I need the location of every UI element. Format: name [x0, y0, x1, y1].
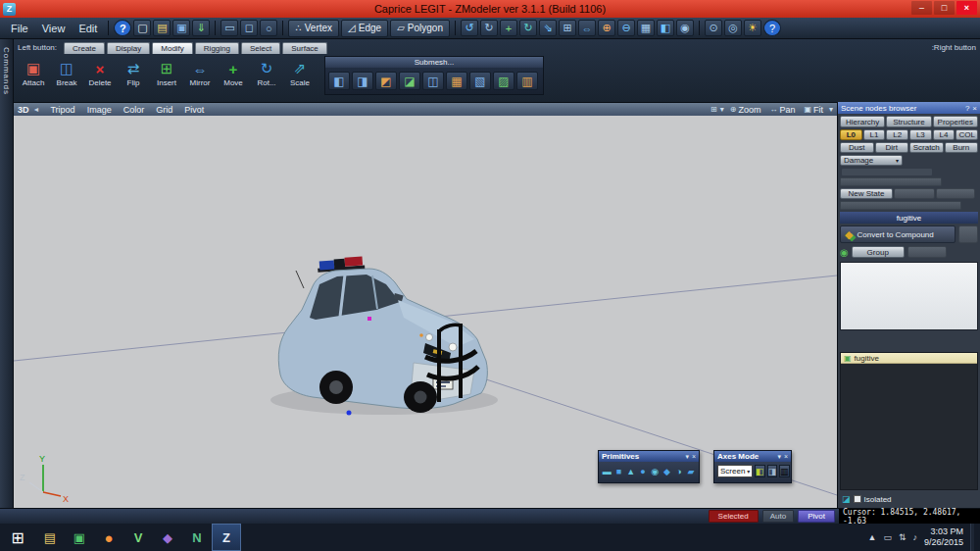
new-state-button[interactable]: New State: [840, 188, 893, 199]
submesh-bevel-icon[interactable]: ◪: [399, 72, 420, 90]
tab-select[interactable]: Select: [241, 42, 280, 54]
edge-mode-button[interactable]: ◿ Edge: [341, 20, 388, 37]
primitive-torus-icon[interactable]: ◉: [650, 465, 660, 478]
new-file-icon[interactable]: ▢: [133, 20, 151, 36]
light-icon[interactable]: ☀: [744, 20, 761, 36]
maximize-button[interactable]: □: [934, 1, 955, 15]
start-button[interactable]: ⊞: [0, 524, 35, 551]
delete-button[interactable]: × Delete: [83, 56, 117, 89]
select-single-icon[interactable]: ▭: [220, 20, 238, 36]
app-v-icon[interactable]: V: [123, 524, 153, 551]
pivot-badge[interactable]: Pivot: [798, 510, 835, 523]
close-icon[interactable]: ×: [692, 453, 696, 461]
close-button[interactable]: ×: [956, 1, 977, 15]
axes-mode-select[interactable]: Screen ▾: [717, 465, 753, 477]
primitive-strip-icon[interactable]: ▰: [686, 465, 696, 478]
help-icon[interactable]: ?: [114, 20, 131, 36]
lod-l1-button[interactable]: L1: [863, 129, 886, 140]
primitive-box-icon[interactable]: ■: [613, 465, 623, 478]
visual-studio-icon[interactable]: ◆: [153, 524, 182, 551]
lod-col-button[interactable]: COL: [956, 129, 978, 140]
tab-properties[interactable]: Properties: [933, 116, 978, 127]
fit-button[interactable]: ▣ Fit: [801, 105, 826, 115]
viewport-menu-pivot[interactable]: Pivot: [179, 105, 209, 115]
submesh-box-icon[interactable]: ◧: [328, 72, 350, 90]
vertex-mode-button[interactable]: ∴ Vertex: [288, 20, 339, 37]
axes-mode-panel-titlebar[interactable]: Axes Mode ▾ ×: [714, 451, 791, 462]
selected-node-banner[interactable]: fugitive: [840, 212, 978, 224]
attach-button[interactable]: ▣ Attach: [17, 56, 50, 89]
isolated-checkbox[interactable]: [854, 495, 861, 503]
zoom-button[interactable]: ⊕ Zoom: [727, 105, 764, 115]
minimize-button[interactable]: –: [911, 1, 932, 15]
viewport-menu-tripod[interactable]: Tripod: [45, 105, 79, 115]
tab-create[interactable]: Create: [64, 42, 105, 54]
submesh-split-icon[interactable]: ▧: [469, 72, 491, 90]
commands-strip[interactable]: Commands: [0, 39, 14, 508]
viewport-grid-icon[interactable]: ⊞: [710, 105, 717, 114]
polygon-mode-button[interactable]: ▱ Polygon: [390, 20, 450, 37]
snap-grid-icon[interactable]: ⊞: [559, 20, 576, 36]
redo-icon[interactable]: ↻: [480, 20, 498, 36]
break-button[interactable]: ◫ Break: [50, 56, 83, 89]
submesh-title[interactable]: Submesh...: [325, 57, 543, 68]
save-file-icon[interactable]: ▣: [172, 20, 190, 36]
submesh-cap-icon[interactable]: ▥: [516, 72, 538, 90]
action-center-icon[interactable]: ▭: [883, 532, 892, 542]
primitive-sphere-icon[interactable]: ●: [638, 465, 648, 478]
viewport-menu-color[interactable]: Color: [119, 105, 150, 115]
menu-file[interactable]: File: [5, 21, 34, 36]
viewport-views-dropdown-icon[interactable]: ▾: [720, 105, 724, 114]
insert-button[interactable]: ⊞ Insert: [150, 56, 183, 89]
select-circle-icon[interactable]: ○: [260, 20, 277, 36]
import-icon[interactable]: ⇓: [192, 20, 210, 36]
move-gizmo-icon[interactable]: +: [500, 20, 517, 36]
camera-icon[interactable]: ◎: [724, 20, 742, 36]
primitive-plane-icon[interactable]: ▬: [602, 465, 612, 478]
lod-l2-button[interactable]: L2: [886, 129, 908, 140]
submesh-weld-icon[interactable]: ▦: [446, 72, 467, 90]
select-rect-icon[interactable]: ◻: [240, 20, 258, 36]
panel-help-icon[interactable]: ?: [965, 104, 969, 113]
scale-gizmo-icon[interactable]: ⇘: [539, 20, 557, 36]
dust-button[interactable]: Dust: [840, 142, 874, 153]
scratch-button[interactable]: Scratch: [909, 142, 944, 153]
show-desktop-button[interactable]: [970, 524, 974, 551]
auto-button[interactable]: Auto: [762, 510, 794, 523]
zmodeler-taskbar-icon[interactable]: Z: [212, 524, 241, 551]
wireframe-icon[interactable]: ▦: [637, 20, 655, 36]
render-icon[interactable]: ◉: [676, 20, 694, 36]
firefox-icon[interactable]: ●: [94, 524, 123, 551]
convert-to-compound-button[interactable]: ◆ Convert to Compound: [840, 225, 956, 243]
pan-button[interactable]: ↔ Pan: [766, 105, 798, 115]
close-icon[interactable]: ×: [784, 453, 788, 461]
axis-y-button[interactable]: ◨: [767, 465, 778, 477]
undo-icon[interactable]: ↺: [461, 20, 478, 36]
primitives-panel-titlebar[interactable]: Primitives ▾ ×: [599, 451, 699, 462]
open-file-icon[interactable]: ▤: [153, 20, 171, 36]
primitive-cylinder-icon[interactable]: ◆: [662, 465, 671, 478]
shaded-view-icon[interactable]: ◧: [657, 20, 674, 36]
tab-hierarchy[interactable]: Hierarchy: [840, 116, 885, 127]
axis-z-button[interactable]: ▥: [779, 465, 790, 477]
collapse-icon[interactable]: ▾: [777, 453, 781, 461]
tab-structure[interactable]: Structure: [886, 116, 931, 127]
viewport-label[interactable]: 3D: [18, 105, 29, 115]
panel-close-icon[interactable]: ×: [972, 104, 977, 113]
submesh-detach-icon[interactable]: ▨: [493, 72, 514, 90]
viewport-menu-image[interactable]: Image: [82, 105, 117, 115]
collapse-icon[interactable]: ▾: [685, 453, 689, 461]
tab-modify[interactable]: Modify: [152, 42, 193, 54]
menu-edit[interactable]: Edit: [73, 21, 103, 36]
scene-browser-titlebar[interactable]: Scene nodes browser ? ×: [838, 102, 980, 114]
scale-button[interactable]: ⇗ Scale: [283, 56, 317, 89]
settings-icon[interactable]: ⊙: [705, 20, 722, 36]
move-button[interactable]: + Move: [217, 56, 250, 89]
viewport-menu-grid[interactable]: Grid: [151, 105, 177, 115]
submesh-inset-icon[interactable]: ◩: [375, 72, 397, 90]
viewport-back-icon[interactable]: ◄: [33, 106, 40, 113]
tab-display[interactable]: Display: [107, 42, 150, 54]
weld-tool-icon[interactable]: ⊕: [598, 20, 615, 36]
lod-l4-button[interactable]: L4: [933, 129, 956, 140]
system-clock[interactable]: 3:03 PM 9/26/2015: [924, 526, 963, 549]
